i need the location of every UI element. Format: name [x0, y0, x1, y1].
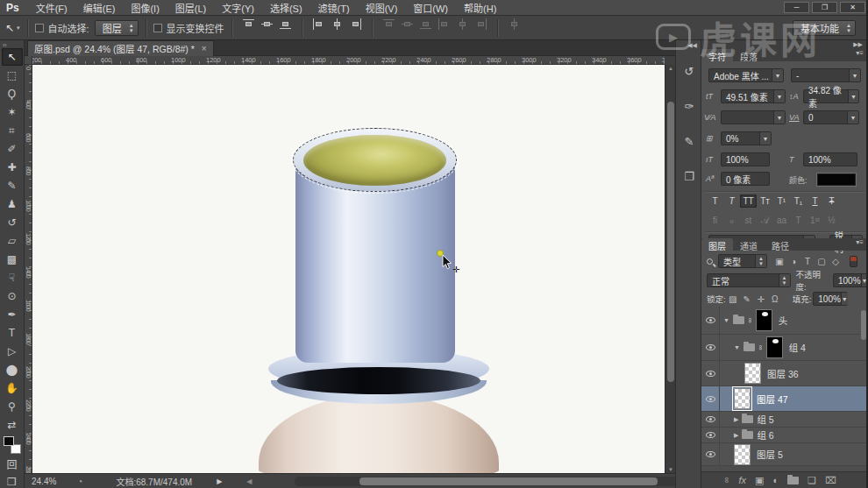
expand-arrow-icon[interactable]: ▶ — [734, 416, 738, 423]
document-canvas[interactable]: ✛ — [32, 65, 665, 473]
font-family-field[interactable]: Adobe 黑体 ...▼ — [708, 68, 784, 82]
dropdown-arrow-icon[interactable]: ▼ — [773, 90, 785, 103]
dropdown-arrow-icon[interactable]: ▼ — [773, 111, 785, 124]
adjustment-layer-icon[interactable]: ◐ — [772, 475, 779, 485]
brush-presets-panel-icon[interactable]: ✑ — [676, 100, 702, 113]
lock-all-icon[interactable]: Ω — [768, 294, 782, 304]
baseline-shift-field[interactable]: 0 像素 — [721, 172, 770, 186]
menu-item-9[interactable]: 帮助(H) — [456, 1, 504, 15]
new-layer-icon[interactable]: ❏ — [808, 475, 816, 486]
type-tool[interactable]: T — [2, 324, 23, 342]
auto-select-dropdown[interactable]: 图层 ▲▼ — [95, 20, 139, 36]
dropdown-arrow-icon[interactable]: ▼ — [772, 69, 783, 81]
dropdown-arrow-icon[interactable]: ▼ — [848, 90, 858, 103]
dodge-tool[interactable]: ⊙ — [2, 287, 23, 305]
layer-style-icon[interactable]: fx — [738, 475, 746, 485]
filter-type-dropdown[interactable]: 类型▲▼ — [718, 254, 767, 268]
filter-type-icon[interactable]: T — [800, 257, 815, 266]
path-selection-tool[interactable]: ▷ — [2, 343, 23, 360]
kerning-field[interactable]: ▼ — [721, 110, 786, 124]
fill-field[interactable]: 100%▼ — [813, 292, 848, 306]
layer-thumbnail[interactable] — [734, 444, 751, 465]
quick-mask-tool[interactable]: 回 — [2, 455, 23, 472]
tab-layers[interactable]: 图层 — [701, 238, 733, 251]
align-vcenter-icon[interactable] — [260, 18, 274, 30]
align-hcenter-icon[interactable] — [331, 18, 344, 30]
font-style-field[interactable]: -▼ — [791, 68, 861, 82]
canvas-vertical-scrollbar[interactable]: ▲ ▼ — [665, 65, 675, 473]
lock-transparent-icon[interactable]: ▨ — [726, 294, 740, 304]
layer-thumbnail[interactable] — [734, 388, 751, 409]
collapse-panels-icon[interactable]: ▶▶ — [853, 41, 863, 48]
scroll-down-icon[interactable]: ▼ — [668, 467, 673, 472]
add-mask-icon[interactable]: ▣ — [755, 475, 764, 486]
status-flyout-icon[interactable]: ▶ — [217, 477, 222, 485]
visibility-toggle[interactable] — [701, 412, 720, 427]
menu-item-2[interactable]: 图像(I) — [123, 1, 167, 15]
blend-mode-dropdown[interactable]: 正常▲▼ — [707, 273, 791, 287]
layer-row[interactable]: ▼∞头 — [701, 307, 868, 335]
layer-name[interactable]: 组 5 — [757, 413, 773, 426]
brush-panel-icon[interactable]: ✎ — [676, 135, 702, 148]
layer-name[interactable]: 组 6 — [757, 428, 773, 442]
layer-row[interactable]: 图层 47 — [701, 386, 868, 412]
eyedropper-tool[interactable]: ✐ — [2, 140, 23, 158]
style-button-1[interactable]: T — [723, 194, 740, 208]
tab-paragraph[interactable]: 段落 — [733, 49, 765, 61]
align-bottom-icon[interactable] — [279, 18, 292, 30]
history-panel-icon[interactable]: ↺ — [676, 65, 702, 78]
zoom-tool[interactable]: ⚲ — [2, 398, 23, 415]
menu-item-7[interactable]: 视图(V) — [358, 1, 406, 15]
layer-name[interactable]: 组 4 — [789, 341, 806, 354]
layer-row[interactable]: ▶组 6 — [701, 428, 868, 443]
gradient-tool[interactable]: ▩ — [2, 251, 23, 268]
zoom-level[interactable]: 24.4% — [32, 477, 56, 486]
layer-row[interactable]: 图层 36 — [701, 361, 868, 386]
layer-name[interactable]: 图层 47 — [757, 393, 788, 406]
layer-name[interactable]: 头 — [779, 314, 788, 327]
filter-adjustment-icon[interactable]: ◑ — [786, 257, 800, 266]
pen-tool[interactable]: ✒ — [2, 306, 23, 323]
style-button-4[interactable]: T¹ — [773, 194, 790, 208]
toolbar-collapse-icon[interactable]: ›› — [0, 42, 7, 48]
style-button-5[interactable]: T₁ — [790, 194, 807, 208]
clone-stamp-tool[interactable]: ♟ — [2, 195, 23, 213]
menu-item-0[interactable]: 文件(F) — [28, 1, 75, 15]
tab-character[interactable]: 字符 — [701, 49, 733, 61]
new-group-icon[interactable] — [787, 477, 799, 484]
clone-source-panel-icon[interactable]: ❐ — [676, 170, 702, 183]
mask-thumbnail[interactable] — [766, 336, 783, 358]
dropdown-arrow-icon[interactable]: ▼ — [841, 293, 848, 305]
link-layers-icon[interactable]: ∞ — [722, 477, 731, 483]
maximize-button[interactable]: ❐ — [812, 2, 837, 13]
eraser-tool[interactable]: ▱ — [2, 232, 23, 250]
shape-tool[interactable]: ⬤ — [2, 361, 23, 378]
visibility-toggle[interactable] — [701, 386, 720, 411]
marquee-tool[interactable]: ⬚ — [2, 67, 23, 84]
move-tool[interactable]: ↖ — [2, 48, 23, 66]
lock-paint-icon[interactable]: ✎ — [740, 294, 754, 304]
delete-layer-icon[interactable]: ⌧ — [825, 475, 836, 486]
filter-smart-object-icon[interactable]: ◇ — [829, 257, 843, 266]
dropdown-arrow-icon[interactable]: ▼ — [759, 132, 771, 145]
scroll-up-icon[interactable]: ▲ — [668, 66, 673, 71]
menu-item-1[interactable]: 编辑(E) — [75, 1, 124, 15]
menu-item-8[interactable]: 窗口(W) — [405, 1, 456, 15]
align-right-icon[interactable] — [349, 18, 362, 30]
scrollbar-thumb[interactable] — [667, 102, 674, 382]
menu-item-4[interactable]: 文字(Y) — [214, 1, 262, 15]
expand-arrow-icon[interactable]: ▼ — [723, 317, 729, 323]
leading-field[interactable]: 34.82 像素▼ — [803, 89, 859, 103]
expand-panels-icon[interactable]: ◀◀ — [687, 42, 697, 49]
text-color-swatch[interactable] — [817, 173, 856, 186]
opacity-field[interactable]: 100%▼ — [833, 273, 868, 287]
foreground-background-swatches[interactable] — [3, 436, 22, 454]
tab-paths[interactable]: 路径 — [765, 238, 796, 251]
mask-thumbnail[interactable] — [756, 309, 772, 331]
history-brush-tool[interactable]: ↺ — [2, 214, 23, 231]
tab-close-icon[interactable]: × — [202, 44, 207, 53]
align-top-icon[interactable] — [242, 18, 255, 30]
dropdown-arrow-icon[interactable]: ▼ — [849, 69, 860, 81]
workspace-switcher[interactable]: 基本功能 ▲▼ — [793, 20, 856, 36]
minimize-button[interactable]: ─ — [784, 2, 809, 13]
